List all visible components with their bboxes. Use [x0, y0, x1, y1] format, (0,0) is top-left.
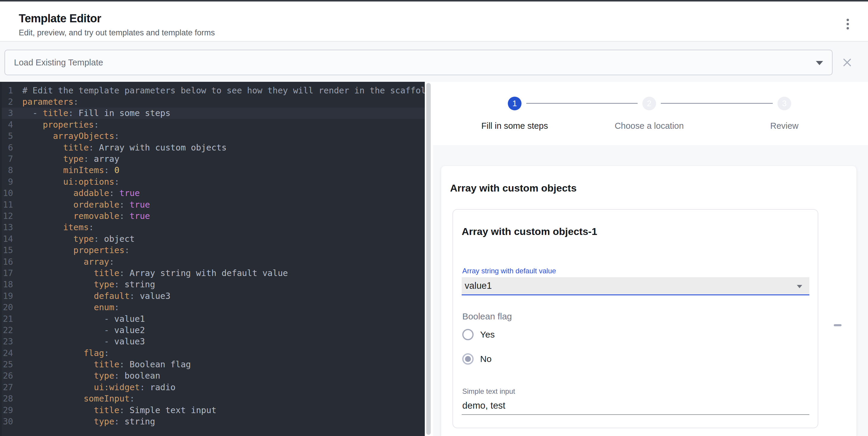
load-template-select[interactable]: Load Existing Template: [4, 50, 833, 75]
code-line[interactable]: 17 title: Array string with default valu…: [2, 267, 425, 279]
radio-option-no[interactable]: No: [462, 353, 491, 366]
array-item-card: Array with custom objects-1 Array string…: [453, 209, 818, 428]
kebab-icon: [846, 19, 849, 21]
code-line[interactable]: 8 minItems: 0: [2, 165, 425, 176]
radio-option-yes[interactable]: Yes: [462, 328, 495, 341]
text-field-label: Simple text input: [462, 387, 515, 396]
section-title: Array with custom objects: [450, 182, 577, 194]
code-line[interactable]: 14 type: object: [2, 233, 425, 244]
input-underline: [462, 414, 809, 415]
load-template-placeholder: Load Existing Template: [14, 58, 103, 68]
item-title: Array with custom objects-1: [462, 226, 597, 237]
line-number: 28: [2, 394, 13, 404]
code-lines: 1# Edit the template parameters below to…: [2, 82, 425, 427]
line-number: 2: [2, 97, 13, 107]
line-number: 27: [2, 382, 13, 392]
code-line[interactable]: 5 arrayObjects:: [2, 131, 425, 142]
line-number: 8: [2, 165, 13, 175]
code-line[interactable]: 24 flag:: [2, 347, 425, 359]
remove-item-button[interactable]: [831, 318, 845, 332]
step-2-label: Choose a location: [590, 121, 709, 131]
code-line[interactable]: 21 - value1: [2, 313, 425, 325]
line-number: 19: [2, 291, 13, 301]
caret-down-icon: [816, 61, 823, 65]
code-line[interactable]: 4 properties:: [2, 119, 425, 130]
step-3-label: Review: [725, 121, 844, 131]
more-options-button[interactable]: [842, 17, 854, 31]
code-line[interactable]: 10 addable: true: [2, 188, 425, 199]
code-line[interactable]: 11 orderable: true: [2, 199, 425, 210]
code-editor[interactable]: 1# Edit the template parameters below to…: [0, 82, 425, 436]
line-number: 30: [2, 417, 13, 427]
line-number: 20: [2, 302, 13, 312]
code-line[interactable]: 9 ui:options:: [2, 176, 425, 188]
code-line[interactable]: 25 title: Boolean flag: [2, 359, 425, 370]
code-line[interactable]: 1# Edit the template parameters below to…: [2, 85, 425, 96]
select-field-label: Array string with default value: [462, 267, 556, 275]
line-number: 13: [2, 223, 13, 232]
line-number: 25: [2, 360, 13, 369]
code-line[interactable]: 18 type: string: [2, 279, 425, 290]
simple-text-input[interactable]: demo, test: [462, 400, 505, 411]
caret-down-icon: [797, 285, 802, 288]
line-number: 22: [2, 325, 13, 335]
line-number: 29: [2, 405, 13, 415]
code-line[interactable]: 13 items:: [2, 222, 425, 233]
radio-unchecked-icon: [462, 329, 473, 340]
close-icon: [841, 57, 853, 68]
minus-icon: [834, 324, 841, 326]
line-number: 23: [2, 337, 13, 346]
line-number: 9: [2, 177, 13, 187]
code-line[interactable]: 22 - value2: [2, 325, 425, 336]
array-string-select[interactable]: value1: [462, 277, 809, 295]
line-number: 26: [2, 371, 13, 381]
code-line[interactable]: 16 array:: [2, 256, 425, 267]
line-number: 4: [2, 120, 13, 130]
code-line[interactable]: 15 properties:: [2, 244, 425, 256]
step-2-indicator[interactable]: 2: [642, 97, 656, 110]
code-line[interactable]: 19 default: value3: [2, 290, 425, 302]
page-subtitle: Edit, preview, and try out templates and…: [19, 28, 215, 37]
step-1-indicator[interactable]: 1: [508, 97, 522, 110]
line-number: 3: [2, 108, 13, 118]
code-line[interactable]: 3 - title: Fill in some steps: [2, 108, 425, 119]
step-connector: [526, 103, 638, 104]
code-line[interactable]: 26 type: boolean: [2, 370, 425, 381]
line-number: 16: [2, 257, 13, 267]
line-number: 6: [2, 143, 13, 153]
page-title: Template Editor: [19, 12, 101, 25]
line-number: 12: [2, 211, 13, 221]
line-number: 21: [2, 314, 13, 324]
line-number: 11: [2, 200, 13, 210]
step-3-indicator[interactable]: 3: [777, 97, 791, 110]
code-line[interactable]: 20 enum:: [2, 302, 425, 313]
radio-checked-icon: [462, 353, 473, 365]
line-number: 5: [2, 131, 13, 141]
select-value: value1: [465, 280, 492, 291]
code-line[interactable]: 2parameters:: [2, 96, 425, 107]
code-line[interactable]: 7 type: array: [2, 153, 425, 164]
editor-scrollbar[interactable]: [426, 83, 431, 435]
form-card: Array with custom objects Array with cus…: [441, 166, 857, 436]
close-button[interactable]: [841, 57, 853, 68]
header: Template Editor Edit, preview, and try o…: [0, 1, 868, 41]
radio-group-label: Boolean flag: [462, 311, 512, 322]
code-line[interactable]: 27 ui:widget: radio: [2, 381, 425, 393]
line-number: 14: [2, 234, 13, 244]
line-number: 15: [2, 245, 13, 255]
line-number: 1: [2, 86, 13, 96]
line-number: 24: [2, 348, 13, 358]
code-line[interactable]: 29 title: Simple text input: [2, 404, 425, 416]
load-template-bar: Load Existing Template: [0, 42, 868, 82]
code-line[interactable]: 6 title: Array with custom objects: [2, 142, 425, 153]
line-number: 7: [2, 154, 13, 164]
code-line[interactable]: 23 - value3: [2, 336, 425, 347]
code-line[interactable]: 28 someInput:: [2, 393, 425, 404]
line-number: 17: [2, 268, 13, 278]
code-line[interactable]: 30 type: string: [2, 416, 425, 427]
line-number: 10: [2, 188, 13, 198]
line-number: 18: [2, 279, 13, 290]
step-1-label: Fill in some steps: [455, 121, 574, 131]
step-connector: [661, 103, 773, 104]
code-line[interactable]: 12 removable: true: [2, 210, 425, 222]
